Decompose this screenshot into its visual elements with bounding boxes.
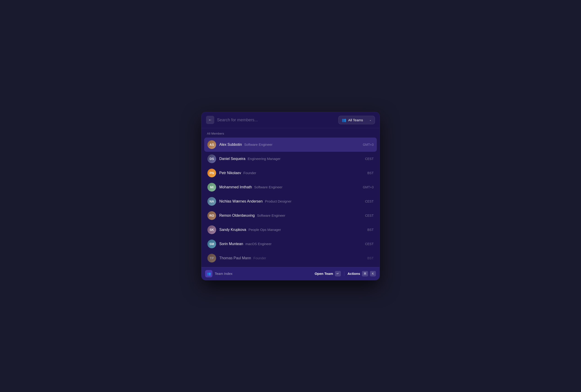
member-name: Remon Oldenbeuving [219, 214, 255, 218]
header: ← 👥 All Teams ⌄ [202, 112, 380, 128]
teams-label: All Teams [348, 118, 363, 122]
avatar: MI [208, 183, 216, 192]
member-row[interactable]: RORemon OldenbeuvingSoftware EngineerCES… [204, 208, 377, 223]
member-row[interactable]: ASAlex SubbotinSoftware EngineerGMT+3 [204, 137, 377, 152]
member-name: Nichlas Wærnes Andersen [219, 199, 262, 203]
open-team-label: Open Team [314, 272, 333, 276]
member-timezone: GMT+3 [363, 143, 374, 146]
member-name: Thomas Paul Mann [219, 256, 251, 260]
member-timezone: CEST [365, 200, 374, 203]
member-role: Software Engineer [257, 214, 285, 217]
member-name: Petr Nikolaev [219, 171, 241, 175]
footer-label: Team Index [215, 272, 232, 276]
member-timezone: CEST [365, 214, 374, 217]
avatar: SM [208, 240, 216, 248]
avatar: RO [208, 211, 216, 220]
member-timezone: BST [368, 256, 374, 260]
team-index-icon: 👥 [207, 272, 211, 276]
actions-button[interactable]: Actions [348, 272, 360, 276]
members-list: ASAlex SubbotinSoftware EngineerGMT+3DSD… [202, 137, 380, 265]
member-role: Engineering Manager [248, 157, 280, 161]
enter-key-badge: ↵ [335, 271, 341, 276]
chevron-down-icon: ⌄ [369, 118, 372, 121]
teams-icon: 👥 [342, 118, 346, 122]
footer-actions: Open Team ↵ Actions ⌘ K [314, 271, 376, 276]
avatar: AS [208, 140, 216, 149]
member-row[interactable]: DSDaniel SequeiraEngineering ManagerCEST [204, 152, 377, 166]
member-timezone: CEST [365, 157, 374, 161]
member-timezone: BST [368, 228, 374, 232]
member-row[interactable]: TPThomas Paul MannFounderBST [204, 251, 377, 265]
member-role: Software Engineer [244, 143, 272, 146]
avatar: PN [208, 169, 216, 177]
member-row[interactable]: NANichlas Wærnes AndersenProduct Designe… [204, 194, 377, 208]
section-label: All Members [202, 128, 380, 137]
member-timezone: BST [368, 171, 374, 175]
member-timezone: CEST [365, 242, 374, 246]
search-input[interactable] [217, 118, 336, 122]
member-name: Mohammed Imthath [219, 185, 252, 189]
member-row[interactable]: PNPetr NikolaevFounderBST [204, 166, 377, 180]
member-role: Founder [254, 256, 266, 260]
cmd-key-badge: ⌘ [362, 271, 368, 276]
member-timezone: GMT+3 [363, 185, 374, 189]
avatar: TP [208, 254, 216, 263]
member-row[interactable]: MIMohammed ImthathSoftware EngineerGMT+3 [204, 180, 377, 194]
member-name: Daniel Sequeira [219, 157, 246, 161]
member-role: People Ops Manager [248, 228, 281, 232]
footer: 👥 Team Index Open Team ↵ Actions ⌘ K [202, 267, 380, 280]
footer-team-icon: 👥 [205, 270, 212, 277]
avatar: NA [208, 197, 216, 206]
teams-dropdown[interactable]: 👥 All Teams ⌄ [338, 116, 375, 124]
member-role: Founder [243, 171, 256, 175]
main-window: ← 👥 All Teams ⌄ All Members ASAlex Subbo… [201, 112, 380, 280]
member-row[interactable]: SKSandy KrupkovaPeople Ops ManagerBST [204, 223, 377, 237]
footer-divider [344, 271, 344, 276]
member-name: Alex Subbotin [219, 143, 242, 147]
k-key-badge: K [370, 271, 376, 276]
member-role: Product Designer [265, 199, 292, 203]
member-name: Sorin Muntean [219, 242, 243, 246]
member-name: Sandy Krupkova [219, 228, 246, 232]
back-button[interactable]: ← [206, 116, 214, 124]
avatar: SK [208, 225, 216, 234]
avatar: DS [208, 154, 216, 163]
member-role: Software Engineer [254, 185, 282, 189]
member-row[interactable]: SMSorin MunteanmacOS EngineerCEST [204, 237, 377, 251]
member-role: macOS Engineer [246, 242, 272, 246]
back-icon: ← [208, 118, 212, 122]
